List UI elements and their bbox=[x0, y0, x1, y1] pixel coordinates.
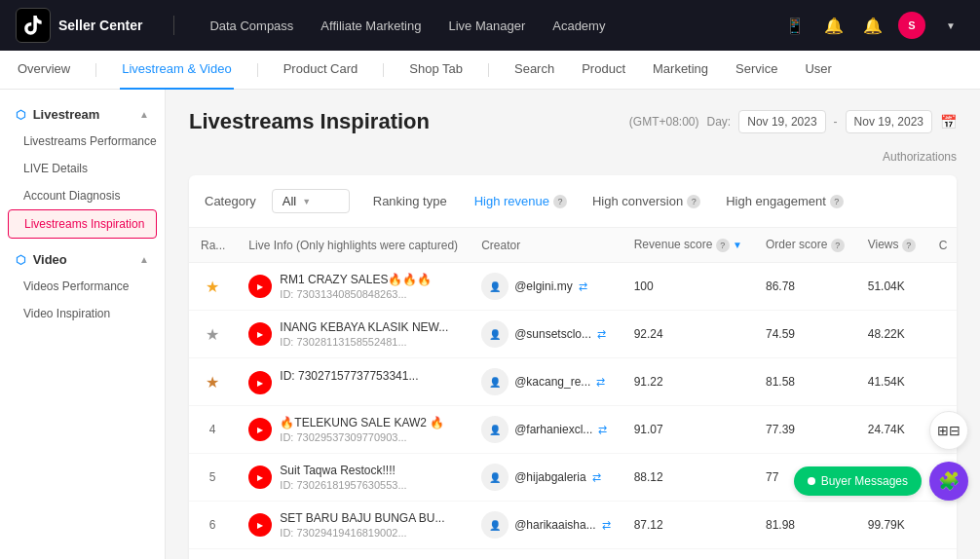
calendar-icon[interactable]: 📅 bbox=[940, 114, 957, 130]
buyer-messages-button[interactable]: Buyer Messages bbox=[794, 466, 922, 496]
subnav-livestream-video[interactable]: Livestream & Video bbox=[120, 51, 234, 90]
ranking-high-engagement[interactable]: High engagement ? bbox=[714, 190, 855, 212]
cell-rank: 7 bbox=[189, 549, 237, 560]
cell-creator: 👤 @hijabgaleria ⇄ bbox=[470, 454, 622, 502]
sidebar: ⬡ Livestream ▲ Livestreams Performance L… bbox=[0, 90, 166, 559]
rank-gold-icon: ★ bbox=[206, 278, 219, 296]
date-from-input[interactable]: Nov 19, 2023 bbox=[738, 110, 825, 133]
cell-live-info: ▶ INANG KEBAYA KLASIK NEW... ID: 7302811… bbox=[237, 311, 470, 358]
subnav-product-card[interactable]: Product Card bbox=[282, 51, 360, 90]
subnav-overview[interactable]: Overview bbox=[16, 51, 72, 90]
table-row: 7 ▶ Set Abaya Cantik Murah 😍!! ID: 73...… bbox=[189, 549, 957, 560]
cell-rank: 5 bbox=[189, 454, 237, 502]
play-button[interactable]: ▶ bbox=[248, 418, 272, 441]
play-button[interactable]: ▶ bbox=[248, 513, 272, 537]
play-icon: ▶ bbox=[257, 426, 263, 434]
nav-item-live-manager[interactable]: Live Manager bbox=[436, 13, 537, 39]
creator-avatar: 👤 bbox=[481, 511, 509, 539]
external-link-icon[interactable]: ⇄ bbox=[602, 519, 611, 532]
mobile-icon[interactable]: 📱 bbox=[781, 12, 809, 39]
col-rank: Ra... bbox=[189, 228, 237, 263]
play-icon: ▶ bbox=[257, 330, 263, 339]
top-navigation: Seller Center Data Compass Affiliate Mar… bbox=[0, 0, 980, 51]
external-link-icon[interactable]: ⇄ bbox=[592, 471, 601, 484]
cell-live-info: ▶ Set Abaya Cantik Murah 😍!! ID: 73... bbox=[237, 549, 470, 560]
sidebar-item-video-inspiration[interactable]: Video Inspiration bbox=[0, 300, 165, 327]
ranking-options: High revenue ? High conversion ? High en… bbox=[463, 190, 855, 212]
external-link-icon[interactable]: ⇄ bbox=[596, 376, 605, 389]
sort-desc-icon[interactable]: ▼ bbox=[733, 240, 742, 250]
play-button[interactable]: ▶ bbox=[248, 371, 272, 394]
play-button[interactable]: ▶ bbox=[248, 466, 272, 489]
sidebar-section-livestream[interactable]: ⬡ Livestream ▲ bbox=[0, 101, 165, 128]
views-info-icon[interactable]: ? bbox=[902, 239, 916, 252]
cell-rank: 4 bbox=[189, 406, 237, 454]
cell-rank: ★ bbox=[189, 263, 237, 311]
cell-revenue-score: 100 bbox=[622, 263, 754, 311]
nav-item-academy[interactable]: Academy bbox=[541, 13, 617, 39]
play-button[interactable]: ▶ bbox=[248, 322, 272, 346]
subnav-shop-tab[interactable]: Shop Tab bbox=[407, 51, 465, 90]
nav-item-affiliate-marketing[interactable]: Affiliate Marketing bbox=[309, 13, 433, 39]
high-engagement-info-icon[interactable]: ? bbox=[830, 195, 844, 208]
category-chevron-icon: ▼ bbox=[302, 197, 311, 206]
creator-name: @harikaaisha... bbox=[514, 518, 596, 532]
top-nav-items: Data Compass Affiliate Marketing Live Ma… bbox=[198, 13, 758, 39]
high-revenue-info-icon[interactable]: ? bbox=[553, 195, 567, 208]
ranking-high-conversion[interactable]: High conversion ? bbox=[581, 190, 712, 212]
sidebar-item-livestreams-performance[interactable]: Livestreams Performance bbox=[0, 128, 165, 155]
nav-item-data-compass[interactable]: Data Compass bbox=[198, 13, 305, 39]
sidebar-item-live-details[interactable]: LIVE Details bbox=[0, 155, 165, 182]
nav-divider bbox=[173, 16, 174, 35]
subnav-product[interactable]: Product bbox=[580, 51, 627, 90]
ranking-high-revenue[interactable]: High revenue ? bbox=[463, 190, 579, 212]
authorizations-link[interactable]: Authorizations bbox=[189, 150, 957, 164]
col-creator: Creator bbox=[470, 228, 622, 263]
bell-icon[interactable]: 🔔 bbox=[859, 12, 886, 39]
notification-icon[interactable]: 🔔 bbox=[820, 12, 848, 39]
subnav-search[interactable]: Search bbox=[512, 51, 556, 90]
cell-c bbox=[927, 311, 957, 358]
subnav-user[interactable]: User bbox=[803, 51, 833, 90]
play-button[interactable]: ▶ bbox=[248, 275, 272, 298]
order-score-info-icon[interactable]: ? bbox=[831, 239, 845, 252]
subnav-service[interactable]: Service bbox=[734, 51, 779, 90]
creator-avatar: 👤 bbox=[481, 320, 509, 348]
external-link-icon[interactable]: ⇄ bbox=[579, 280, 587, 293]
live-title: RM1 CRAZY SALES🔥🔥🔥 bbox=[280, 273, 458, 286]
sidebar-item-account-diagnosis[interactable]: Account Diagnosis bbox=[0, 182, 165, 209]
date-to-input[interactable]: Nov 19, 2023 bbox=[846, 110, 932, 133]
cell-order-score: 81.98 bbox=[754, 502, 856, 549]
category-select[interactable]: All ▼ bbox=[272, 189, 350, 213]
cell-revenue-score: 92.24 bbox=[622, 311, 754, 358]
data-table: Ra... Live Info (Only highlights were ca… bbox=[189, 228, 957, 559]
external-link-icon[interactable]: ⇄ bbox=[597, 328, 606, 341]
cell-live-info: ▶ RM1 CRAZY SALES🔥🔥🔥 ID: 730313408508482… bbox=[237, 263, 470, 311]
category-value: All bbox=[283, 194, 296, 208]
cell-rank: ★ bbox=[189, 311, 237, 358]
rank-number: 4 bbox=[209, 423, 216, 436]
revenue-score-info-icon[interactable]: ? bbox=[716, 239, 730, 252]
chevron-down-icon[interactable]: ▼ bbox=[937, 12, 964, 39]
seller-center-label: Seller Center bbox=[58, 18, 142, 33]
sidebar-item-livestreams-inspiration[interactable]: Livestreams Inspiration bbox=[8, 209, 157, 239]
user-avatar[interactable]: S bbox=[898, 12, 925, 39]
sidebar-section-video[interactable]: ⬡ Video ▲ bbox=[0, 246, 165, 273]
creator-name: @elgini.my bbox=[514, 280, 573, 293]
creator-avatar: 👤 bbox=[481, 368, 509, 395]
grid-icon-button[interactable]: ⊞⊟ bbox=[929, 411, 968, 450]
day-label: Day: bbox=[707, 115, 732, 129]
cell-order-score: 74.59 bbox=[754, 311, 856, 358]
page-header: Livestreams Inspiration (GMT+08:00) Day:… bbox=[189, 109, 957, 134]
logo-area: Seller Center bbox=[16, 8, 142, 43]
top-nav-right: 📱 🔔 🔔 S ▼ bbox=[781, 12, 964, 39]
external-link-icon[interactable]: ⇄ bbox=[598, 424, 607, 436]
sidebar-item-videos-performance[interactable]: Videos Performance bbox=[0, 273, 165, 300]
puzzle-button[interactable]: 🧩 bbox=[929, 462, 968, 501]
cell-revenue-score: 88.12 bbox=[622, 454, 754, 502]
cell-creator: 👤 @nfhboutique ⇄ bbox=[470, 549, 622, 560]
subnav-marketing[interactable]: Marketing bbox=[651, 51, 710, 90]
high-conversion-info-icon[interactable]: ? bbox=[687, 195, 700, 208]
creator-avatar: 👤 bbox=[481, 273, 509, 300]
high-engagement-label: High engagement bbox=[726, 194, 826, 208]
